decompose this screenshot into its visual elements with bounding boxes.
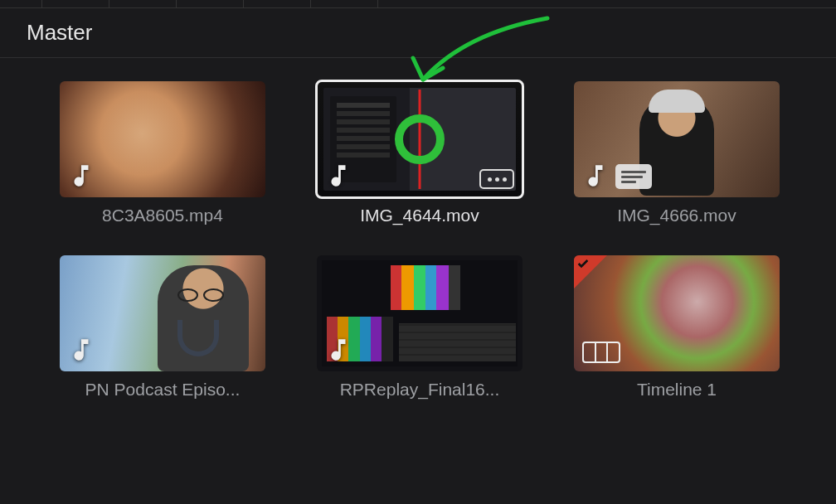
clip-more-icon[interactable]	[479, 169, 514, 189]
clip-label: IMG_4644.mov	[360, 206, 479, 225]
clip-label: IMG_4666.mov	[617, 206, 736, 225]
timeline-icon	[582, 342, 620, 363]
audio-icon	[323, 161, 353, 191]
clip-thumbnail[interactable]	[60, 255, 265, 371]
flag-icon	[574, 255, 607, 288]
clip-item[interactable]: IMG_4644.mov	[304, 81, 536, 225]
clip-item[interactable]: PN Podcast Episo...	[46, 255, 279, 400]
clip-thumbnail[interactable]	[317, 81, 522, 197]
top-tab-strip	[0, 0, 836, 8]
clip-item[interactable]: IMG_4666.mov	[561, 81, 793, 225]
audio-icon	[66, 335, 96, 365]
clip-thumbnail[interactable]	[574, 81, 780, 197]
audio-icon	[66, 161, 96, 191]
clip-label: Timeline 1	[637, 380, 717, 400]
clip-thumbnail[interactable]	[60, 81, 265, 197]
audio-icon	[581, 161, 610, 191]
media-pool-grid: 8C3A8605.mp4 IMG_4644.mov IMG_4666.mov	[0, 58, 836, 423]
bin-title: Master	[0, 8, 836, 58]
clip-label: PN Podcast Episo...	[85, 380, 241, 400]
clip-item[interactable]: RPReplay_Final16...	[304, 255, 536, 400]
clip-label: RPReplay_Final16...	[340, 380, 500, 400]
audio-icon	[323, 335, 353, 365]
clip-thumbnail[interactable]	[317, 255, 522, 371]
clip-item[interactable]: Timeline 1	[561, 255, 793, 400]
caption-icon	[615, 164, 652, 189]
clip-thumbnail[interactable]	[574, 255, 780, 371]
clip-item[interactable]: 8C3A8605.mp4	[46, 81, 279, 225]
clip-label: 8C3A8605.mp4	[102, 206, 223, 225]
